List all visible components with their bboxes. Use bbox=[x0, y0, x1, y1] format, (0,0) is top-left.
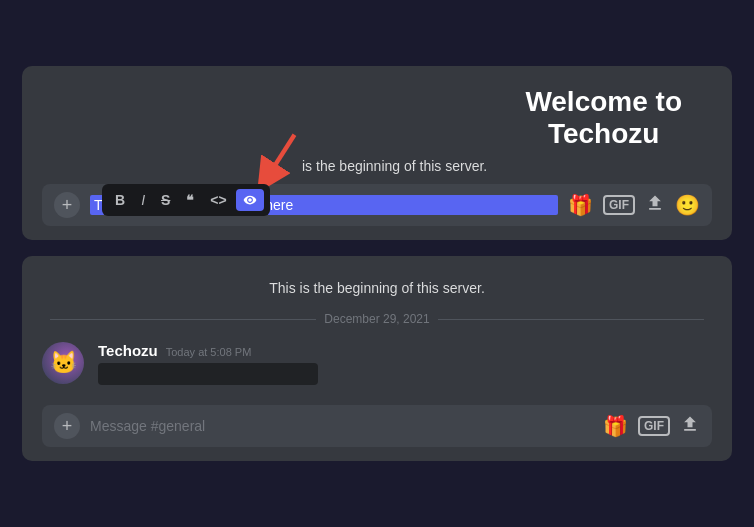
blockquote-button[interactable]: ❝ bbox=[179, 188, 201, 212]
emoji-icon[interactable]: 🙂 bbox=[675, 193, 700, 217]
server-desc: is the beginning of this server. bbox=[302, 158, 712, 174]
avatar: 🐱 bbox=[42, 342, 84, 384]
gif-button[interactable]: GIF bbox=[603, 195, 635, 215]
bottom-gif-button[interactable]: GIF bbox=[638, 416, 670, 436]
welcome-title: Welcome to Techozu bbox=[525, 86, 682, 150]
format-toolbar: B I S ❝ <> bbox=[102, 184, 270, 216]
add-button[interactable]: + bbox=[54, 192, 80, 218]
bottom-panel: This is the beginning of this server. De… bbox=[22, 256, 732, 461]
italic-button[interactable]: I bbox=[134, 188, 152, 212]
avatar-image: 🐱 bbox=[42, 342, 84, 384]
spoiler-button[interactable] bbox=[236, 189, 264, 211]
bottom-upload-svg-icon bbox=[680, 414, 700, 434]
gift-icon[interactable]: 🎁 bbox=[568, 193, 593, 217]
channel-desc: This is the beginning of this server. bbox=[42, 280, 712, 296]
input-icons: 🎁 GIF 🙂 bbox=[568, 193, 700, 218]
strikethrough-button[interactable]: S bbox=[154, 188, 177, 212]
bottom-gift-icon[interactable]: 🎁 bbox=[603, 414, 628, 438]
welcome-line2: Techozu bbox=[548, 118, 659, 149]
bold-button[interactable]: B bbox=[108, 188, 132, 212]
upload-icon[interactable] bbox=[645, 193, 665, 218]
code-button[interactable]: <> bbox=[203, 188, 233, 212]
bottom-input-area[interactable]: + Message #general 🎁 GIF bbox=[42, 405, 712, 447]
timestamp: Today at 5:08 PM bbox=[166, 346, 252, 358]
channel-header: This is the beginning of this server. bbox=[22, 256, 732, 302]
spoiler-message-block[interactable] bbox=[98, 363, 318, 385]
username: Techozu bbox=[98, 342, 158, 359]
upload-svg-icon bbox=[645, 193, 665, 213]
top-panel: Welcome to Techozu is the beginning of t… bbox=[22, 66, 732, 240]
message-row: 🐱 Techozu Today at 5:08 PM bbox=[22, 336, 732, 395]
bottom-icons: 🎁 GIF bbox=[603, 414, 700, 438]
message-content: Techozu Today at 5:08 PM bbox=[98, 342, 712, 389]
welcome-line1: Welcome to bbox=[525, 86, 682, 117]
date-separator: December 29, 2021 bbox=[42, 312, 712, 326]
bottom-add-button[interactable]: + bbox=[54, 413, 80, 439]
bottom-message-placeholder[interactable]: Message #general bbox=[90, 418, 593, 434]
bottom-upload-icon[interactable] bbox=[680, 414, 700, 438]
svg-line-1 bbox=[267, 135, 295, 179]
welcome-area: Welcome to Techozu bbox=[42, 86, 712, 150]
eye-icon bbox=[243, 193, 257, 207]
message-meta: Techozu Today at 5:08 PM bbox=[98, 342, 712, 359]
